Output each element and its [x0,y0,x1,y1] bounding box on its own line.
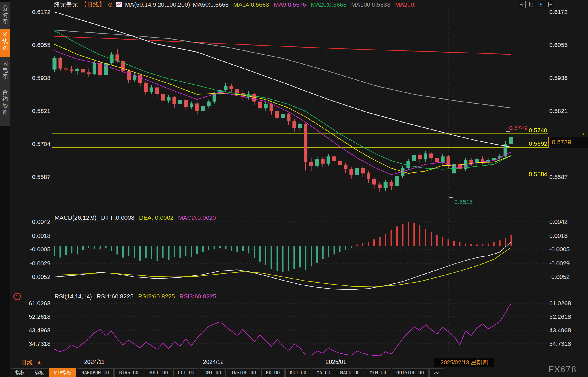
bottom-tab-2[interactable]: VIP指标 [49,368,76,377]
bottom-tab-3[interactable]: BARUPDN_UD [77,368,114,377]
bottom-tab-14[interactable]: OUTSIDE_UD [392,368,429,377]
macd-value-label: DIFF:0.0008 [101,214,135,221]
bottom-tab-1[interactable]: 模板 [30,368,48,377]
ma-value-label: MA14:0.5663 [233,1,269,8]
chart-header: 纽元美元 【日线】 ⊕ MA(50,14,9,20,100,200) MA50:… [54,1,416,9]
window-toolbar [519,1,553,8]
timeframe-arrow-icon[interactable]: ▲ [37,359,42,365]
bottom-tab-10[interactable]: KDJ_UD [285,368,311,377]
bottom-tab-0[interactable]: 指标 [11,368,29,377]
window-axis-fit-icon[interactable] [528,1,535,8]
ma-value-label: MA200: [395,1,416,8]
price-up-arrow-icon: ▲ [581,131,585,136]
indicator-tab-bar: 指标模板VIP指标BARUPDN_UDBIAS_UDBOLL_UDCCI_UDD… [11,368,444,377]
circle-plus-icon[interactable]: ⊕ [108,2,113,7]
symbol-name: 纽元美元 [54,1,78,9]
rsi-title[interactable]: RSI(14,14,14) [54,293,92,300]
bottom-tab-13[interactable]: MTM_UD [365,368,391,377]
ma-value-label: MA50:0.5665 [193,1,229,8]
level-price-label: 0.5740 [488,127,547,134]
timeframe-label[interactable]: 日线 [21,359,33,367]
sidebar-item-1[interactable]: K线图 [0,29,10,59]
ma-value-label: MA9:0.5676 [274,1,306,8]
macd-title[interactable]: MACD(26,12,9) [54,214,96,221]
macd-value-label: DEA:-0.0002 [139,214,174,221]
sidebar-item-label: 分时图 [2,5,8,25]
macd-value-label: MACD:0.0020 [178,214,216,221]
date-label: 2025/01 [326,359,346,365]
bottom-tab-8[interactable]: INSIDE_UD [227,368,261,377]
window-auto-scroll-icon[interactable] [537,1,544,8]
sidebar-item-label: K线图 [2,31,8,52]
bottom-tab-12[interactable]: MACD_UD [336,368,364,377]
ma-value-list: MA50:0.5665MA14:0.5663MA9:0.5676MA20:0.5… [193,1,416,8]
indicator-settings-icon[interactable] [13,293,21,300]
period-tag[interactable]: 【日线】 [81,1,105,9]
macd-header: MACD(26,12,9) DIFF:0.0008DEA:-0.0002MACD… [54,214,216,221]
ma-value-label: MA100:0.5833 [351,1,390,8]
rsi-value-label: RSI3:60.8225 [180,293,216,300]
macd-values: DIFF:0.0008DEA:-0.0002MACD:0.0020 [101,214,216,221]
sidebar-item-label: 合约资料 [2,88,8,116]
rsi-values: RSI1:60.8225RSI2:60.8225RSI3:60.8225 [97,293,216,300]
ma-value-label: MA20:0.5668 [311,1,346,8]
date-label: 2024/12 [203,359,223,365]
low-price-label: 0.5515 [454,199,473,205]
sidebar-item-2[interactable]: 闪电图 [0,57,10,88]
bottom-tab-9[interactable]: KD_UD [261,368,284,377]
window-pane-shift-icon[interactable] [546,1,553,8]
bottom-tab-4[interactable]: BIAS_UD [114,368,143,377]
rsi-value-label: RSI1:60.8225 [97,293,133,300]
level-price-label: 0.5692 [488,140,547,147]
bottom-tab-6[interactable]: CCI_UD [173,368,199,377]
trading-app: 分时图K线图闪电图合约资料 纽元美元 【日线】 ⊕ MA(50,14,9,20,… [0,0,588,377]
bottom-tab-11[interactable]: MA_UD [312,368,335,377]
last-price-box: 0.5729 [548,137,588,148]
left-sidebar: 分时图K线图闪电图合约资料 [0,0,10,377]
bottom-tab-7[interactable]: DMI_UD [200,368,226,377]
sidebar-item-3[interactable]: 合约资料 [0,86,10,126]
chart-canvas[interactable] [0,0,588,377]
watermark: FX678 [548,364,577,374]
window-move-tool-icon[interactable] [519,1,526,8]
rsi-value-label: RSI2:60.8225 [138,293,175,300]
ma-settings-label[interactable]: MA(50,14,9,20,100,200) [125,1,190,8]
mini-chart-icon[interactable] [116,2,122,7]
date-label: 2024/11 [84,359,104,365]
bottom-tab-15[interactable]: >> [429,368,444,377]
current-date-box: 2025/02/13 星期四 [434,358,494,367]
sidebar-item-0[interactable]: 分时图 [0,2,10,31]
rsi-header: RSI(14,14,14) RSI1:60.8225RSI2:60.8225RS… [54,293,216,300]
level-price-label: 0.5584 [488,171,547,178]
bottom-tab-5[interactable]: BOLL_UD [144,368,172,377]
sidebar-item-label: 闪电图 [2,60,8,80]
